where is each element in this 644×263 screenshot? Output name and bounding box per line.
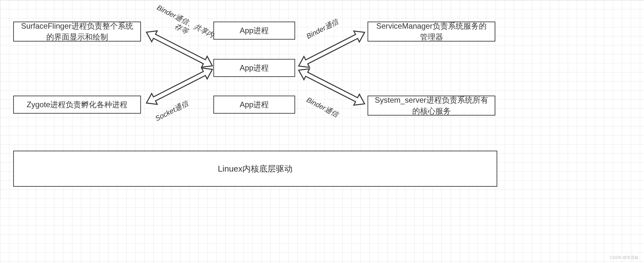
watermark: CSDN @张晋栋 [610,255,639,260]
arrow-sf-apps [0,0,644,263]
